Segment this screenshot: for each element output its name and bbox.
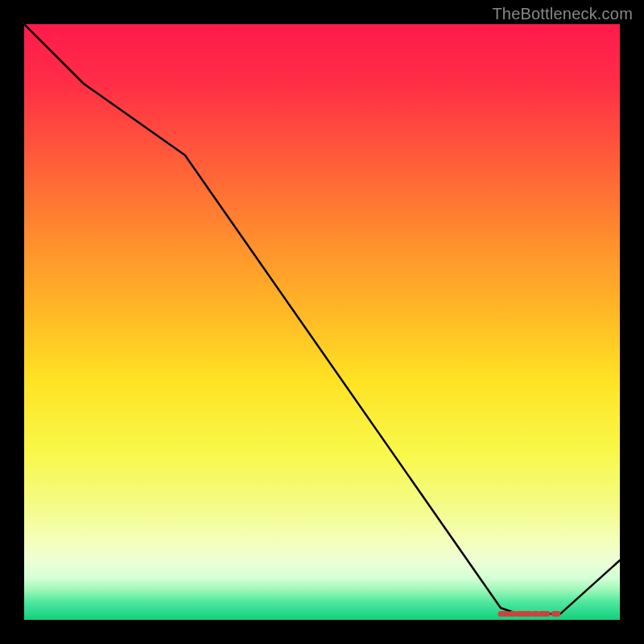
bottleneck-chart bbox=[24, 24, 620, 620]
plot-background bbox=[24, 24, 620, 620]
chart-frame: TheBottleneck.com bbox=[0, 0, 644, 644]
watermark-label: TheBottleneck.com bbox=[492, 5, 633, 23]
